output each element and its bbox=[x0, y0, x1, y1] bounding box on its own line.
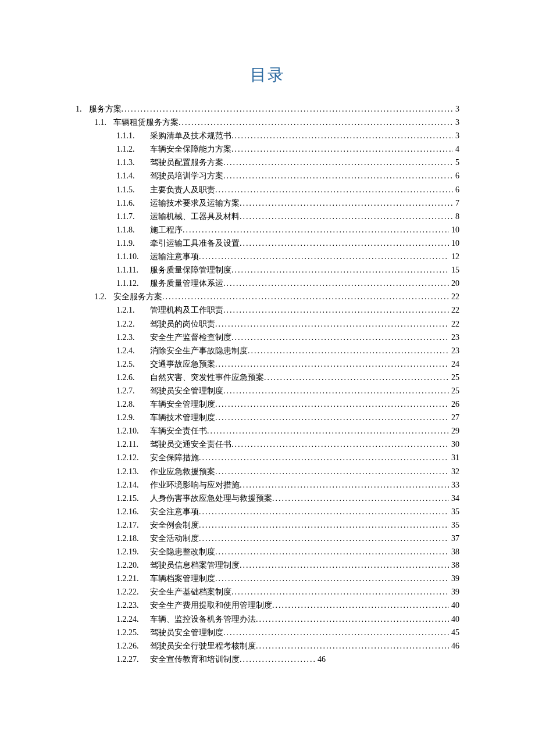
toc-entry-text: 运输机械、工器具及材料 bbox=[150, 210, 240, 223]
toc-leader-dots bbox=[264, 371, 449, 384]
toc-entry-page: 45 bbox=[451, 626, 459, 639]
toc-entry-text: 服务方案 bbox=[89, 102, 122, 116]
toc-leader-dots bbox=[215, 572, 449, 585]
toc-leader-dots bbox=[223, 626, 449, 639]
toc-entry-text: 驾驶员配置服务方案 bbox=[150, 156, 223, 169]
toc-entry-text: 自然灾害、突发性事件应急预案 bbox=[150, 371, 264, 384]
toc-entry: 1.2.7.驾驶员安全管理制度25 bbox=[116, 384, 459, 397]
toc-leader-dots bbox=[240, 558, 449, 572]
toc-entry-page: 33 bbox=[451, 478, 459, 492]
toc-leader-dots bbox=[223, 156, 453, 169]
toc-leader-dots bbox=[240, 237, 449, 250]
toc-entry-number: 1.2.10. bbox=[116, 424, 144, 438]
toc-entry-number: 1.2.11. bbox=[116, 438, 144, 451]
toc-entry-page: 46 bbox=[318, 653, 326, 666]
toc-entry-text: 采购清单及技术规范书 bbox=[150, 129, 231, 142]
toc-entry-text: 服务质量管理体系运 bbox=[150, 277, 223, 290]
toc-entry-text: 安全隐患整改制度 bbox=[150, 545, 215, 558]
toc-entry-number: 1.1.5. bbox=[116, 183, 144, 196]
toc-entry-number: 1.2.1. bbox=[116, 303, 144, 317]
toc-entry: 1.2.25.驾驶员安全管理制度45 bbox=[116, 626, 459, 639]
toc-leader-dots bbox=[231, 263, 449, 277]
toc-entry-page: 46 bbox=[451, 639, 459, 653]
toc-entry: 1.1.8.施工程序10 bbox=[116, 223, 459, 237]
toc-entry: 1.2.21.车辆档案管理制度39 bbox=[116, 572, 459, 585]
toc-entry-number: 1.2.12. bbox=[116, 451, 144, 464]
toc-leader-dots bbox=[231, 585, 449, 599]
toc-entry-text: 安全宣传教育和培训制度 bbox=[150, 653, 240, 666]
toc-entry-number: 1.1.2. bbox=[116, 142, 144, 156]
toc-entry-number: 1.2.6. bbox=[116, 371, 144, 384]
toc-entry: 1.2.10.车辆安全责任书29 bbox=[116, 424, 459, 438]
toc-entry-page: 6 bbox=[455, 183, 459, 196]
toc-entry-number: 1.2.8. bbox=[116, 397, 144, 411]
toc-leader-dots bbox=[215, 411, 449, 424]
toc-entry-text: 车辆安全责任书 bbox=[150, 424, 207, 438]
toc-entry-text: 车辆安全管理制度 bbox=[150, 397, 215, 411]
toc-entry-page: 29 bbox=[451, 424, 459, 438]
toc-entry-text: 车辆安全保障能力方案 bbox=[150, 142, 231, 156]
toc-entry-number: 1.1.9. bbox=[116, 237, 144, 250]
toc-leader-dots bbox=[199, 518, 449, 532]
toc-entry-text: 安全注意事项 bbox=[150, 505, 199, 518]
toc-entry: 1.2.15.人身伤害事故应急处理与救援预案34 bbox=[116, 492, 459, 505]
toc-entry: 1.1.10.运输注意事项12 bbox=[116, 250, 459, 263]
toc-entry-page: 4 bbox=[455, 142, 459, 156]
toc-entry-page: 39 bbox=[451, 572, 459, 585]
toc-entry: 1.2.27.安全宣传教育和培训制度46 bbox=[116, 653, 459, 666]
toc-entry: 1.1.6.运输技术要求及运输方案7 bbox=[116, 196, 459, 210]
toc-entry-number: 1.2.19. bbox=[116, 545, 144, 558]
toc-entry-number: 1.1.4. bbox=[116, 169, 144, 182]
toc-leader-dots bbox=[272, 492, 449, 505]
toc-entry-number: 1.1.11. bbox=[116, 263, 144, 277]
toc-entry-number: 1.2.27. bbox=[116, 653, 144, 666]
toc-entry-number: 1.2.15. bbox=[116, 492, 144, 505]
toc-entry-page: 35 bbox=[451, 505, 459, 518]
toc-entry: 1.2.14.作业环境影响与应对措施33 bbox=[116, 478, 459, 492]
toc-entry-number: 1.2.20. bbox=[116, 558, 144, 572]
toc-leader-dots bbox=[231, 331, 449, 344]
toc-entry: 1.1.车辆租赁服务方案3 bbox=[94, 116, 459, 129]
toc-entry-number: 1.2.17. bbox=[116, 518, 144, 532]
toc-entry-page: 38 bbox=[451, 545, 459, 558]
toc-entry-text: 车辆技术管理制度 bbox=[150, 411, 215, 424]
toc-entry-number: 1.2.16. bbox=[116, 505, 144, 518]
toc-entry: 1.1.9.牵引运输工具准备及设置10 bbox=[116, 237, 459, 250]
toc-entry-page: 39 bbox=[451, 585, 459, 599]
toc-entry-page: 23 bbox=[451, 331, 459, 344]
toc-entry-text: 安全活动制度 bbox=[150, 532, 199, 545]
toc-entry-page: 38 bbox=[451, 558, 459, 572]
toc-entry-page: 32 bbox=[451, 465, 459, 478]
toc-entry-page: 6 bbox=[455, 169, 459, 182]
toc-entry-page: 34 bbox=[451, 492, 459, 505]
toc-leader-dots bbox=[256, 639, 449, 653]
toc-entry-page: 35 bbox=[451, 518, 459, 532]
toc-entry-text: 驾驶员交通安全责任书 bbox=[150, 438, 231, 451]
toc-leader-dots bbox=[215, 357, 449, 371]
toc-entry-text: 管理机构及工作职责 bbox=[150, 303, 223, 317]
toc-entry-text: 车辆档案管理制度 bbox=[150, 572, 215, 585]
toc-leader-dots bbox=[215, 545, 449, 558]
toc-entry-text: 驾驶员安全管理制度 bbox=[150, 626, 223, 639]
toc-entry-page: 26 bbox=[451, 397, 459, 411]
toc-entry-text: 主要负责人及职责 bbox=[150, 183, 215, 196]
toc-entry: 1.2.22.安全生产基础档案制度39 bbox=[116, 585, 459, 599]
toc-entry-page: 3 bbox=[455, 129, 459, 142]
toc-entry-number: 1.1.12. bbox=[116, 277, 144, 290]
toc-entry: 1.2.24.车辆、监控设备机务管理办法40 bbox=[116, 612, 459, 626]
toc-leader-dots bbox=[199, 451, 449, 464]
toc-entry-text: 安全生产监督检查制度 bbox=[150, 331, 231, 344]
toc-entry-page: 25 bbox=[451, 384, 459, 397]
toc-entry-number: 1.2.25. bbox=[116, 626, 144, 639]
toc-entry-number: 1.1.10. bbox=[116, 250, 144, 263]
toc-entry-number: 1.2.4. bbox=[116, 344, 144, 357]
toc-entry-number: 1. bbox=[76, 102, 82, 116]
toc-entry-page: 20 bbox=[451, 277, 459, 290]
toc-entry: 1.2.6.自然灾害、突发性事件应急预案25 bbox=[116, 371, 459, 384]
toc-entry-text: 驾驶员安全行驶里程考核制度 bbox=[150, 639, 256, 653]
toc-entry: 1.2.19.安全隐患整改制度38 bbox=[116, 545, 459, 558]
toc-entry-number: 1.2.14. bbox=[116, 478, 144, 492]
toc-leader-dots bbox=[240, 653, 315, 666]
toc-entry-page: 40 bbox=[451, 612, 459, 626]
toc-entry-text: 交通事故应急预案 bbox=[150, 357, 215, 371]
